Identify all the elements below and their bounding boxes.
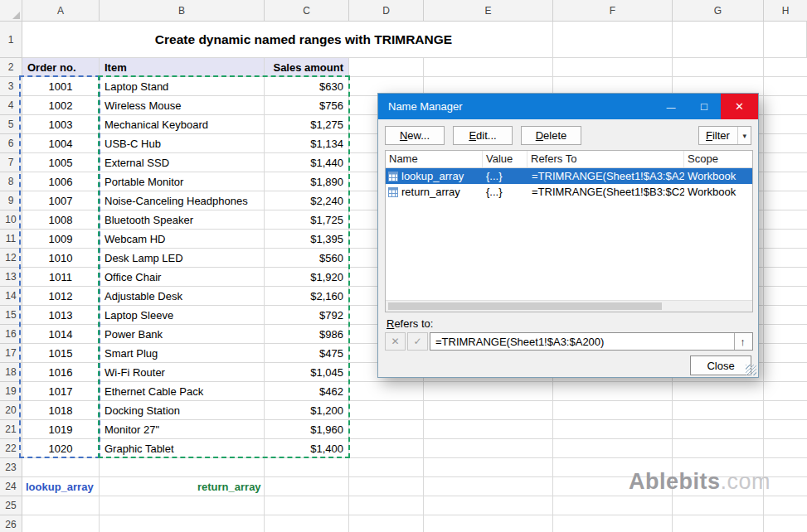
cell-sales[interactable]: $560 xyxy=(265,249,349,268)
row-header[interactable]: 20 xyxy=(0,401,22,420)
cell-sales[interactable]: $462 xyxy=(265,382,349,401)
column-header-f[interactable]: F xyxy=(553,0,673,22)
maximize-button[interactable]: □ xyxy=(688,94,721,119)
cell-item[interactable]: USB-C Hub xyxy=(100,134,265,153)
name-row-lookup-array[interactable]: lookup_array {...} =TRIMRANGE(Sheet1!$A3… xyxy=(386,168,752,184)
cell-order[interactable]: 1012 xyxy=(22,287,100,306)
cell-order[interactable]: 1007 xyxy=(22,191,100,210)
row-header[interactable]: 22 xyxy=(0,439,22,458)
empty-cells[interactable] xyxy=(349,420,807,439)
cell-item[interactable]: Ethernet Cable Pack xyxy=(100,382,265,401)
cell-item[interactable]: Wireless Mouse xyxy=(100,96,265,115)
cell-item[interactable]: Smart Plug xyxy=(100,344,265,363)
cell-item[interactable]: External SSD xyxy=(100,153,265,172)
cell-order[interactable]: 1016 xyxy=(22,363,100,382)
cell-order[interactable]: 1003 xyxy=(22,115,100,134)
empty-cells[interactable] xyxy=(349,58,807,77)
row-header[interactable]: 13 xyxy=(0,268,22,287)
column-header-g[interactable]: G xyxy=(673,0,764,22)
cell-item[interactable]: Desk Lamp LED xyxy=(100,249,265,268)
cell-item[interactable]: Docking Station xyxy=(100,401,265,420)
row-header[interactable]: 24 xyxy=(0,477,22,496)
row-header[interactable]: 23 xyxy=(0,458,22,477)
horizontal-scrollbar[interactable] xyxy=(386,300,752,312)
cell-order[interactable]: 1011 xyxy=(22,268,100,287)
cell-item[interactable]: Power Bank xyxy=(100,325,265,344)
delete-button[interactable]: Delete xyxy=(521,126,581,145)
row-header[interactable]: 17 xyxy=(0,344,22,363)
name-row-return-array[interactable]: return_array {...} =TRIMRANGE(Sheet1!$B3… xyxy=(386,184,752,200)
row-header[interactable]: 26 xyxy=(0,515,22,532)
cell-sales[interactable]: $630 xyxy=(265,77,349,96)
cell-sales[interactable]: $1,134 xyxy=(265,134,349,153)
row-header[interactable]: 25 xyxy=(0,496,22,515)
row-header[interactable]: 1 xyxy=(0,22,22,58)
cell-sales[interactable]: $1,960 xyxy=(265,420,349,439)
cell-item[interactable]: Monitor 27" xyxy=(100,420,265,439)
cell-order[interactable]: 1019 xyxy=(22,420,100,439)
row-header[interactable]: 6 xyxy=(0,134,22,153)
cell-item[interactable]: Bluetooth Speaker xyxy=(100,210,265,230)
row-header[interactable]: 4 xyxy=(0,96,22,115)
return-array-label[interactable]: return_array xyxy=(100,477,265,496)
row-header[interactable]: 9 xyxy=(0,191,22,210)
cell-order[interactable]: 1014 xyxy=(22,325,100,344)
scrollbar-thumb[interactable] xyxy=(388,302,662,310)
cell-sales[interactable]: $1,400 xyxy=(265,439,349,458)
cell-sales[interactable]: $475 xyxy=(265,344,349,363)
cell-order[interactable]: 1004 xyxy=(22,134,100,153)
cell-order[interactable]: 1010 xyxy=(22,249,100,268)
cell-order[interactable]: 1017 xyxy=(22,382,100,401)
empty-cell[interactable] xyxy=(265,477,349,496)
empty-cells[interactable] xyxy=(349,401,807,420)
column-header-e[interactable]: E xyxy=(424,0,553,22)
close-window-button[interactable]: ✕ xyxy=(721,94,758,119)
header-order-no[interactable]: Order no. xyxy=(22,58,100,77)
cell-sales[interactable]: $1,725 xyxy=(265,210,349,230)
cell-order[interactable]: 1018 xyxy=(22,401,100,420)
cell-item[interactable]: Adjustable Desk xyxy=(100,287,265,306)
row-header[interactable]: 12 xyxy=(0,249,22,268)
row-header[interactable]: 11 xyxy=(0,230,22,249)
confirm-formula-button[interactable]: ✓ xyxy=(407,332,428,351)
row-header[interactable]: 16 xyxy=(0,325,22,344)
collapse-dialog-button[interactable]: ↑ xyxy=(734,333,751,350)
cell-item[interactable]: Laptop Stand xyxy=(100,77,265,96)
cell-item[interactable]: Laptop Sleeve xyxy=(100,306,265,325)
cell-sales[interactable]: $1,920 xyxy=(265,268,349,287)
cell-sales[interactable]: $1,275 xyxy=(265,115,349,134)
header-sales-amount[interactable]: Sales amount xyxy=(265,58,349,77)
cell-item[interactable]: Graphic Tablet xyxy=(100,439,265,458)
new-button[interactable]: New... xyxy=(385,126,445,145)
empty-cells[interactable] xyxy=(22,496,807,515)
filter-dropdown-icon[interactable]: ▾ xyxy=(737,127,751,144)
row-header[interactable]: 8 xyxy=(0,172,22,191)
empty-cells[interactable] xyxy=(349,439,807,458)
cell-order[interactable]: 1013 xyxy=(22,306,100,325)
cell-sales[interactable]: $2,160 xyxy=(265,287,349,306)
cell-sales[interactable]: $2,240 xyxy=(265,191,349,210)
cell-sales[interactable]: $1,890 xyxy=(265,172,349,191)
column-name[interactable]: Name xyxy=(386,151,483,167)
row-header[interactable]: 2 xyxy=(0,58,22,77)
column-scope[interactable]: Scope xyxy=(684,151,752,167)
cell-item[interactable]: Webcam HD xyxy=(100,230,265,249)
cell-item[interactable]: Mechanical Keyboard xyxy=(100,115,265,134)
column-header-h[interactable]: H xyxy=(764,0,807,22)
cell-order[interactable]: 1002 xyxy=(22,96,100,115)
row-header[interactable]: 7 xyxy=(0,153,22,172)
cell-sales[interactable]: $1,440 xyxy=(265,153,349,172)
cell-sales[interactable]: $1,045 xyxy=(265,363,349,382)
column-header-d[interactable]: D xyxy=(349,0,424,22)
select-all-corner[interactable] xyxy=(0,0,22,22)
cell-sales[interactable]: $756 xyxy=(265,96,349,115)
resize-grip[interactable] xyxy=(746,365,756,375)
cell-order[interactable]: 1020 xyxy=(22,439,100,458)
cell-order[interactable]: 1009 xyxy=(22,230,100,249)
column-header-a[interactable]: A xyxy=(22,0,100,22)
close-button[interactable]: Close xyxy=(690,355,751,375)
column-header-c[interactable]: C xyxy=(265,0,349,22)
lookup-array-label[interactable]: lookup_array xyxy=(22,477,100,496)
row-header[interactable]: 19 xyxy=(0,382,22,401)
column-header-b[interactable]: B xyxy=(100,0,265,22)
